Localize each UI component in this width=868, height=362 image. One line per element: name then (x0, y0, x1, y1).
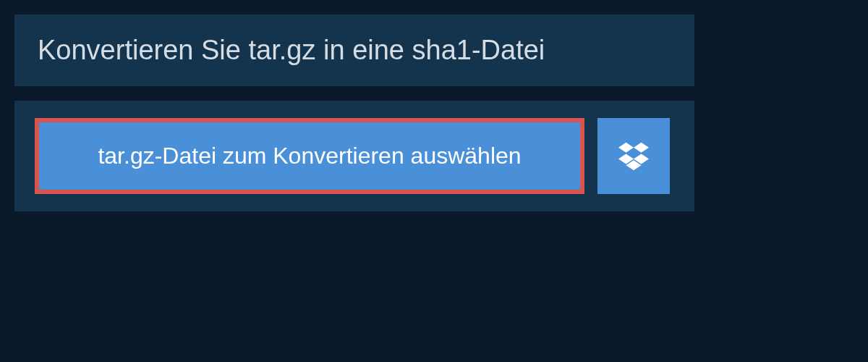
upload-panel: tar.gz-Datei zum Konvertieren auswählen (14, 101, 694, 211)
dropbox-button[interactable] (597, 118, 670, 194)
select-file-button[interactable]: tar.gz-Datei zum Konvertieren auswählen (35, 118, 584, 194)
page-title: Konvertieren Sie tar.gz in eine sha1-Dat… (38, 35, 671, 66)
dropbox-icon (618, 141, 649, 172)
header-panel: Konvertieren Sie tar.gz in eine sha1-Dat… (14, 14, 694, 86)
select-file-label: tar.gz-Datei zum Konvertieren auswählen (98, 143, 521, 169)
